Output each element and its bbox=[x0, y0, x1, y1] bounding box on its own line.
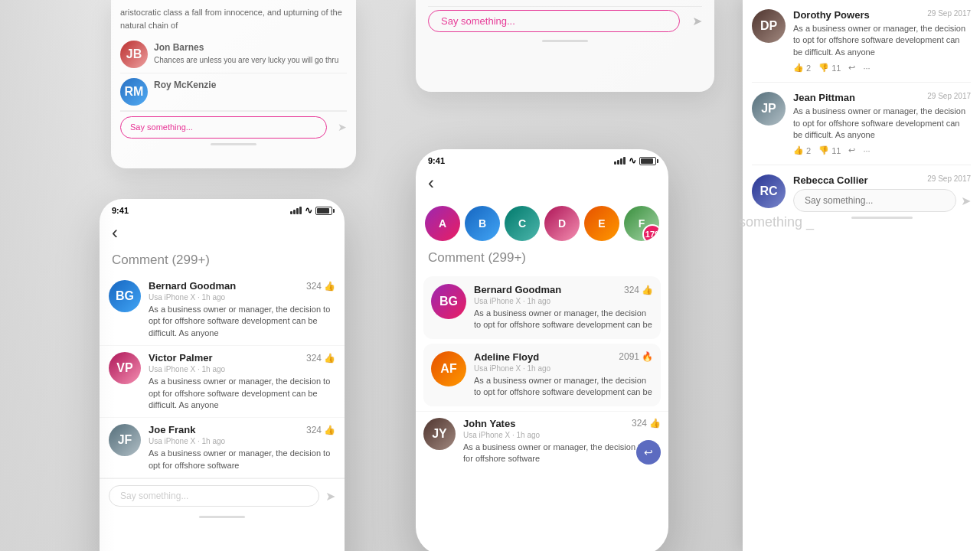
scroll-indicator bbox=[199, 516, 245, 518]
like-action[interactable]: 👍 2 bbox=[793, 145, 811, 155]
status-icons: ∿ bbox=[290, 205, 332, 216]
status-time: 9:41 bbox=[112, 206, 129, 215]
list-item: RC Rebecca Collier 29 Sep 2017 ➤ bbox=[752, 174, 971, 231]
story-avatar[interactable]: E bbox=[584, 206, 619, 241]
comment-sub: Usa iPhone X · 1h ago bbox=[149, 365, 335, 373]
reply-action[interactable]: ↩ bbox=[848, 63, 855, 73]
reply-icon: ↩ bbox=[848, 145, 855, 155]
comment-label: Comment bbox=[428, 250, 485, 265]
comment-count: (299+) bbox=[172, 253, 210, 267]
like-action[interactable]: 👍 2 bbox=[793, 63, 811, 73]
reply-action[interactable]: ↩ bbox=[848, 145, 855, 155]
commenter-name: Victor Palmer bbox=[149, 352, 213, 364]
send-icon[interactable]: ➤ bbox=[961, 194, 971, 208]
list-item: JY John Yates 324 👍 Usa iPhone X · 1h ag… bbox=[416, 411, 668, 471]
top-partial-text: aristocratic class a fall from innocence… bbox=[120, 6, 347, 31]
commenter-name: Adeline Floyd bbox=[474, 351, 539, 363]
comment-likes: 324 👍 bbox=[632, 418, 661, 429]
say-something-input[interactable]: Say something... bbox=[109, 485, 319, 507]
thumbs-up-icon: 👍 bbox=[324, 425, 335, 435]
comment-sub: Usa iPhone X · 1h ago bbox=[474, 364, 653, 373]
list-item: JF Joe Frank 324 👍 Usa iPhone X · 1h ago… bbox=[100, 418, 345, 478]
reply-icon: ↩ bbox=[848, 63, 855, 73]
dislike-action[interactable]: 👎 11 bbox=[818, 145, 841, 155]
commenter-name: Joe Frank bbox=[149, 424, 195, 435]
comment-likes: 324 👍 bbox=[306, 425, 335, 435]
avatar: JP bbox=[752, 92, 786, 126]
commenter-name: Jon Barnes bbox=[154, 41, 338, 54]
top-left-phone: aristocratic class a fall from innocence… bbox=[111, 0, 356, 168]
story-avatar[interactable]: C bbox=[505, 206, 540, 241]
battery-icon bbox=[315, 207, 332, 215]
status-time: 9:41 bbox=[428, 156, 445, 165]
comment-header: Comment (299+) bbox=[416, 247, 668, 272]
send-icon[interactable]: ➤ bbox=[338, 119, 347, 135]
scroll-indicator bbox=[542, 40, 588, 42]
say-something-bar: Say something... ➤ bbox=[120, 111, 347, 140]
signal-bars-icon bbox=[290, 207, 302, 214]
comment-text: As a business owner or manager, the deci… bbox=[474, 308, 653, 331]
right-panel: DP Dorothy Powers 29 Sep 2017 As a busin… bbox=[743, 0, 980, 551]
say-something-input[interactable]: Say something... bbox=[120, 116, 327, 139]
avatar: RC bbox=[752, 174, 786, 208]
comment-text: As a business owner or manager, the deci… bbox=[149, 376, 335, 411]
thumbs-up-icon: 👍 bbox=[642, 285, 653, 295]
comment-header: Comment (299+) bbox=[100, 249, 345, 274]
comment-text: As a business owner or manager, the deci… bbox=[474, 375, 653, 399]
story-avatar[interactable]: D bbox=[544, 206, 580, 241]
say-something-input[interactable] bbox=[793, 189, 956, 212]
comment-date: 29 Sep 2017 bbox=[927, 92, 971, 100]
list-item: DP Dorothy Powers 29 Sep 2017 As a busin… bbox=[752, 9, 971, 83]
list-item: BG Bernard Goodman 324 👍 Usa iPhone X · … bbox=[100, 274, 345, 346]
comment-text: As a business owner or manager, the deci… bbox=[463, 442, 661, 465]
nav-bar: ‹ bbox=[100, 219, 345, 249]
list-item: JB Jon Barnes Chances are unless you are… bbox=[120, 36, 347, 73]
thumbs-down-icon: 👎 bbox=[818, 63, 829, 73]
comment-text: Chances are unless you are very lucky yo… bbox=[154, 54, 338, 66]
commenter-name: Dorothy Powers bbox=[793, 9, 870, 21]
send-icon[interactable]: ➤ bbox=[692, 14, 702, 28]
comment-date: 29 Sep 2017 bbox=[927, 174, 971, 183]
avatar: AF bbox=[431, 351, 466, 386]
commenter-name: Bernard Goodman bbox=[474, 284, 561, 295]
more-icon: ··· bbox=[863, 146, 870, 155]
more-icon: ··· bbox=[863, 64, 870, 73]
thumbs-up-icon: 👍 bbox=[324, 281, 335, 292]
story-avatar[interactable]: A bbox=[425, 206, 460, 241]
scroll-indicator bbox=[211, 143, 256, 145]
wifi-icon: ∿ bbox=[305, 205, 312, 216]
comment-likes: 324 👍 bbox=[306, 281, 335, 292]
avatar: DP bbox=[752, 9, 786, 43]
nav-bar: ‹ bbox=[416, 169, 668, 200]
fire-icon: 🔥 bbox=[642, 351, 653, 362]
thumbs-up-icon: 👍 bbox=[649, 418, 661, 429]
list-item: VP Victor Palmer 324 👍 Usa iPhone X · 1h… bbox=[100, 346, 345, 418]
say-something-bar: Say something... ➤ bbox=[100, 478, 345, 513]
more-action[interactable]: ··· bbox=[863, 146, 870, 155]
status-bar: 9:41 ∿ bbox=[100, 199, 345, 219]
scroll-indicator bbox=[851, 217, 913, 219]
status-bar: 9:41 ∿ bbox=[416, 149, 668, 169]
avatar: BG bbox=[109, 280, 141, 312]
comment-likes: 2091 🔥 bbox=[619, 351, 653, 362]
wifi-icon: ∿ bbox=[629, 155, 636, 166]
comment-text: As a business owner or manager, the deci… bbox=[793, 23, 971, 58]
comment-actions: 👍 2 👎 11 ↩ ··· bbox=[793, 145, 971, 155]
story-avatar[interactable]: F 179 bbox=[624, 206, 659, 241]
top-center-phone: Say something... ➤ bbox=[416, 0, 714, 92]
comment-sub: Usa iPhone X · 1h ago bbox=[149, 293, 335, 302]
commenter-name: Roy McKenzie bbox=[154, 78, 216, 92]
thumbs-down-icon: 👎 bbox=[818, 145, 829, 155]
send-icon[interactable]: ➤ bbox=[325, 489, 335, 504]
more-action[interactable]: ··· bbox=[863, 64, 870, 73]
commenter-name: Bernard Goodman bbox=[149, 280, 236, 292]
say-something-input[interactable]: Say something... bbox=[428, 10, 680, 32]
comment-card: AF Adeline Floyd 2091 🔥 Usa iPhone X · 1… bbox=[423, 344, 661, 406]
back-button[interactable]: ‹ bbox=[428, 172, 434, 194]
dislike-action[interactable]: 👎 11 bbox=[818, 63, 841, 73]
thumbs-up-icon: 👍 bbox=[324, 353, 335, 364]
story-avatar[interactable]: B bbox=[465, 206, 500, 241]
back-button[interactable]: ‹ bbox=[112, 222, 118, 243]
list-item: RM Roy McKenzie bbox=[120, 73, 347, 111]
comment-sub: Usa iPhone X · 1h ago bbox=[474, 297, 653, 305]
